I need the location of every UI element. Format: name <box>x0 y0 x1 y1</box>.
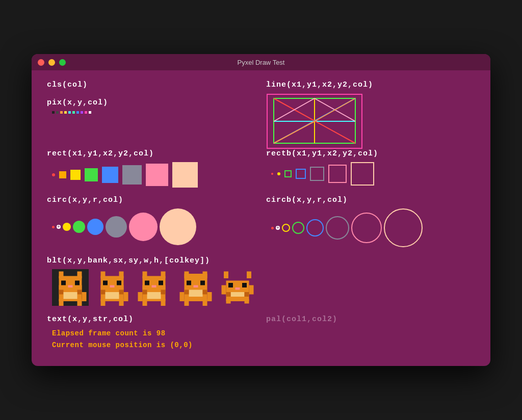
svg-rect-47 <box>143 290 147 295</box>
rectb-dot-yellow <box>277 172 280 175</box>
svg-rect-48 <box>161 290 166 295</box>
svg-rect-53 <box>200 281 205 285</box>
pix-dot-white <box>89 111 91 114</box>
window-controls[interactable] <box>38 59 66 66</box>
cls-section: cls(col) <box>47 81 256 89</box>
pix-dot-cyan <box>68 111 71 114</box>
close-button[interactable] <box>38 59 44 66</box>
svg-rect-52 <box>187 281 191 285</box>
blt-section: blt(x,y,bank,sx,sy,w,h,[colkey]) <box>47 256 475 306</box>
svg-rect-73 <box>226 292 231 297</box>
svg-rect-31 <box>119 290 124 295</box>
svg-rect-51 <box>203 272 207 279</box>
rectb-peach <box>351 162 374 186</box>
pix-label: pix(x,y,col) <box>47 98 256 107</box>
rect-row: rect(x1,y1,x2,y2,col) rectb(x1,y1,x2,y2,… <box>47 149 475 188</box>
svg-rect-43 <box>138 292 143 301</box>
rect-label: rect(x1,y1,x2,y2,col) <box>47 149 256 158</box>
svg-line-8 <box>274 121 315 143</box>
svg-rect-59 <box>203 299 207 306</box>
circ-section: circ(x,y,r,col) + <box>47 196 256 247</box>
svg-rect-44 <box>143 299 147 306</box>
cls-pix-section: cls(col) pix(x,y,col) <box>47 81 256 144</box>
rectb-blue <box>296 169 306 179</box>
pix-dot-orange <box>60 111 63 114</box>
circb-label: circb(x,y,r,col) <box>266 196 475 204</box>
pix-dot-pink <box>85 111 87 114</box>
rectb-label: rectb(x1,y1,x2,y2,col) <box>266 149 475 158</box>
circb-pink <box>351 213 382 243</box>
pix-dot-dark <box>56 111 59 114</box>
rect-dot-red <box>52 173 55 176</box>
svg-rect-38 <box>143 272 147 279</box>
line-section: line(x1,y1,x2,y2,col) <box>266 81 475 144</box>
pix-dot-yellow <box>64 111 67 114</box>
svg-rect-57 <box>207 292 212 301</box>
maximize-button[interactable] <box>59 59 66 66</box>
rectb-demo <box>271 162 475 186</box>
line-svg <box>266 93 363 149</box>
svg-rect-41 <box>159 281 163 285</box>
pix-section: pix(x,y,col) <box>47 98 256 114</box>
cls-label: cls(col) <box>47 81 256 89</box>
blt-demo <box>52 269 475 306</box>
circ-peach <box>160 208 196 245</box>
svg-rect-69 <box>222 285 226 295</box>
circ-green <box>73 221 85 233</box>
svg-rect-61 <box>203 290 207 295</box>
svg-rect-18 <box>77 290 82 295</box>
circb-yellow <box>282 224 290 232</box>
cat-sprite-4 <box>177 269 214 306</box>
circ-label: circ(x,y,r,col) <box>47 196 256 204</box>
svg-rect-26 <box>119 272 124 279</box>
svg-rect-30 <box>101 290 106 295</box>
svg-rect-42 <box>152 285 156 288</box>
pal-label: pal(col1,col2) <box>266 315 475 324</box>
text-section-col: text(x,y,str,col) Elapsed frame count is… <box>47 315 256 351</box>
rectb-green <box>284 170 292 177</box>
svg-rect-25 <box>101 272 106 279</box>
svg-rect-66 <box>242 283 247 287</box>
pal-section: pal(col1,col2) <box>266 315 475 351</box>
text-label: text(x,y,str,col) <box>47 315 256 324</box>
cat-sprite-3 <box>136 269 172 306</box>
rectb-dot-red <box>271 173 273 175</box>
svg-rect-28 <box>117 281 121 285</box>
pix-dot-blue <box>76 111 79 114</box>
svg-rect-12 <box>59 272 64 279</box>
svg-rect-50 <box>185 272 189 279</box>
rect-section: rect(x1,y1,x2,y2,col) <box>47 149 256 188</box>
main-content: cls(col) pix(x,y,col) <box>32 70 490 366</box>
svg-rect-32 <box>124 292 128 301</box>
rect-demo <box>52 162 256 188</box>
svg-rect-70 <box>249 285 254 295</box>
svg-rect-74 <box>245 292 249 297</box>
circ-yellow <box>63 223 71 231</box>
line-label: line(x1,y1,x2,y2,col) <box>266 81 475 89</box>
svg-rect-71 <box>226 299 231 304</box>
circb-gray <box>326 216 349 240</box>
svg-rect-54 <box>194 285 198 288</box>
rectb-section: rectb(x1,y1,x2,y2,col) <box>266 149 475 188</box>
svg-rect-13 <box>77 272 82 279</box>
svg-rect-21 <box>77 299 82 306</box>
svg-rect-35 <box>106 292 119 299</box>
minimize-button[interactable] <box>48 59 55 66</box>
cat-sprite-1 <box>52 269 89 306</box>
svg-rect-15 <box>75 281 80 285</box>
cat-sprite-2 <box>94 269 130 306</box>
circ-row: circ(x,y,r,col) + circb(x,y,r,col) + <box>47 196 475 247</box>
svg-rect-27 <box>103 281 108 285</box>
pix-dot-purple <box>81 111 83 114</box>
svg-rect-56 <box>180 292 185 301</box>
blt-label: blt(x,y,bank,sx,sy,w,h,[colkey]) <box>47 256 475 265</box>
circb-green <box>292 222 304 234</box>
svg-rect-14 <box>61 281 66 285</box>
svg-rect-33 <box>101 299 106 306</box>
bottom-row: text(x,y,str,col) Elapsed frame count is… <box>47 315 475 351</box>
svg-rect-63 <box>224 272 228 279</box>
rect-peach <box>172 162 198 188</box>
pix-dot-black <box>52 111 55 114</box>
rect-gray <box>122 165 142 185</box>
svg-rect-46 <box>147 292 161 299</box>
